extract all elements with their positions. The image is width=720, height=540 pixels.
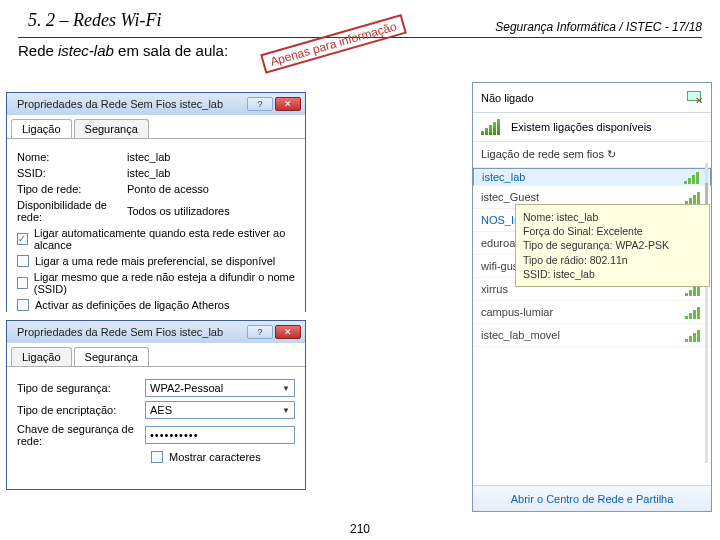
value-type: Ponto de acesso xyxy=(127,183,209,195)
subhead-prefix: Rede xyxy=(18,42,58,59)
tooltip-line: Nome: istec_lab xyxy=(523,210,702,224)
tooltip-line: Tipo de rádio: 802.11n xyxy=(523,253,702,267)
checkbox-icon[interactable] xyxy=(17,277,28,289)
checkbox-label: Ligar automaticamente quando esta rede e… xyxy=(34,227,295,251)
network-name: xirrus xyxy=(481,283,508,295)
tab-connection[interactable]: Ligação xyxy=(11,119,72,138)
connections-available: Existem ligações disponíveis xyxy=(473,113,711,142)
signal-bars-icon xyxy=(685,190,703,204)
checkbox-icon[interactable] xyxy=(17,233,28,245)
select-security-type[interactable]: WPA2-Pessoal▼ xyxy=(145,379,295,397)
tooltip-line: Força do Sinal: Excelente xyxy=(523,224,702,238)
not-connected-icon: ✕ xyxy=(687,91,703,105)
chevron-down-icon: ▼ xyxy=(282,384,290,393)
tabs: Ligação Segurança xyxy=(7,343,305,367)
checkbox-row[interactable]: Activar as definições de ligação Atheros xyxy=(17,299,295,311)
input-security-key[interactable]: •••••••••• xyxy=(145,426,295,444)
signal-bars-icon xyxy=(685,305,703,319)
label-key: Chave de segurança de rede: xyxy=(17,423,145,447)
page-number: 210 xyxy=(350,522,370,536)
flyout-header: Não ligado ✕ xyxy=(473,83,711,113)
checkbox-row[interactable]: Mostrar caracteres xyxy=(151,451,295,463)
dialog-connection: Propriedades da Rede Sem Fios istec_lab … xyxy=(6,92,306,312)
checkbox-icon[interactable] xyxy=(151,451,163,463)
network-name: istec_lab xyxy=(482,171,525,183)
select-value: WPA2-Pessoal xyxy=(150,382,223,394)
checkbox-label: Ligar a uma rede mais preferencial, se d… xyxy=(35,255,275,267)
section-label: Ligação de rede sem fios xyxy=(481,148,604,160)
select-encryption-type[interactable]: AES▼ xyxy=(145,401,295,419)
checkbox-row[interactable]: Ligar automaticamente quando esta rede e… xyxy=(17,227,295,251)
label-type: Tipo de rede: xyxy=(17,183,127,195)
label-enctype: Tipo de encriptação: xyxy=(17,404,145,416)
label-ssid: SSID: xyxy=(17,167,127,179)
subhead-network: istec-lab xyxy=(58,42,114,59)
titlebar[interactable]: Propriedades da Rede Sem Fios istec_lab … xyxy=(7,93,305,115)
key-value: •••••••••• xyxy=(150,429,199,441)
checkbox-label: Ligar mesmo que a rede não esteja a difu… xyxy=(34,271,295,295)
help-button[interactable]: ? xyxy=(247,97,273,111)
tab-security[interactable]: Segurança xyxy=(74,347,149,366)
tab-connection[interactable]: Ligação xyxy=(11,347,72,366)
signal-bars-icon xyxy=(684,170,702,184)
help-button[interactable]: ? xyxy=(247,325,273,339)
network-name: istec_lab_movel xyxy=(481,329,560,341)
network-item[interactable]: campus-lumiar xyxy=(473,301,711,324)
tab-security[interactable]: Segurança xyxy=(74,119,149,138)
tooltip-line: SSID: istec_lab xyxy=(523,267,702,281)
available-label: Existem ligações disponíveis xyxy=(511,121,652,133)
network-flyout: Não ligado ✕ Existem ligações disponívei… xyxy=(472,82,712,512)
close-button[interactable]: ✕ xyxy=(275,325,301,339)
not-connected-label: Não ligado xyxy=(481,92,534,104)
checkbox-row[interactable]: Ligar mesmo que a rede não esteja a difu… xyxy=(17,271,295,295)
subhead-suffix: em sala de aula: xyxy=(114,42,228,59)
checkbox-icon[interactable] xyxy=(17,255,29,267)
label-availability: Disponibilidade de rede: xyxy=(17,199,127,223)
label-name: Nome: xyxy=(17,151,127,163)
wifi-bars-icon xyxy=(481,119,503,135)
tabs: Ligação Segurança xyxy=(7,115,305,139)
network-item[interactable]: istec_lab xyxy=(473,168,711,186)
chevron-down-icon: ▼ xyxy=(282,406,290,415)
checkbox-icon[interactable] xyxy=(17,299,29,311)
signal-bars-icon xyxy=(685,328,703,342)
checkbox-label: Activar as definições de ligação Atheros xyxy=(35,299,229,311)
wireless-section-title: Ligação de rede sem fios ↻ xyxy=(473,142,711,168)
dialog-security: Propriedades da Rede Sem Fios istec_lab … xyxy=(6,320,306,490)
tooltip-line: Tipo de segurança: WPA2-PSK xyxy=(523,238,702,252)
label-sectype: Tipo de segurança: xyxy=(17,382,145,394)
window-title: Propriedades da Rede Sem Fios istec_lab xyxy=(11,98,245,110)
value-ssid: istec_lab xyxy=(127,167,170,179)
open-network-center-link[interactable]: Abrir o Centro de Rede e Partilha xyxy=(473,485,711,511)
value-name: istec_lab xyxy=(127,151,170,163)
network-name: istec_Guest xyxy=(481,191,539,203)
network-tooltip: Nome: istec_lab Força do Sinal: Excelent… xyxy=(515,204,710,287)
titlebar[interactable]: Propriedades da Rede Sem Fios istec_lab … xyxy=(7,321,305,343)
checkbox-row[interactable]: Ligar a uma rede mais preferencial, se d… xyxy=(17,255,295,267)
refresh-icon[interactable]: ↻ xyxy=(607,148,616,160)
network-item[interactable]: istec_lab_movel xyxy=(473,324,711,347)
network-name: campus-lumiar xyxy=(481,306,553,318)
checkbox-label: Mostrar caracteres xyxy=(169,451,261,463)
select-value: AES xyxy=(150,404,172,416)
header-meta: Segurança Informática / ISTEC - 17/18 xyxy=(495,20,702,34)
close-button[interactable]: ✕ xyxy=(275,97,301,111)
window-title: Propriedades da Rede Sem Fios istec_lab xyxy=(11,326,245,338)
value-availability: Todos os utilizadores xyxy=(127,205,230,217)
